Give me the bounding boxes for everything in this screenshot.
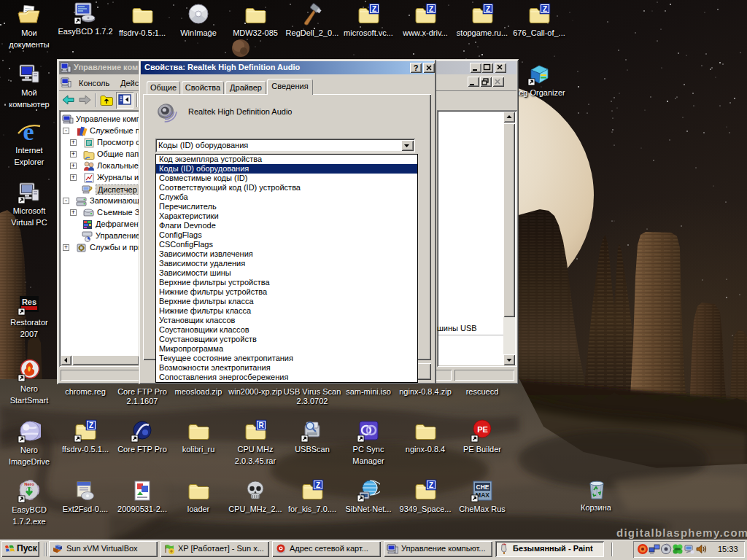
svg-text:e: e <box>23 120 34 144</box>
svg-text:Z: Z <box>89 421 93 429</box>
svg-text:Z: Z <box>486 5 490 13</box>
svg-text:Z: Z <box>429 481 433 489</box>
svg-text:Nero: Nero <box>24 482 34 486</box>
svg-text:R: R <box>258 421 264 429</box>
svg-text:Z: Z <box>316 481 320 489</box>
svg-text:CHE: CHE <box>476 483 489 491</box>
svg-text:Z: Z <box>429 5 433 13</box>
svg-text:Res: Res <box>22 298 36 306</box>
svg-text:Z: Z <box>543 5 547 13</box>
svg-text:PE: PE <box>477 425 488 434</box>
svg-text:Z: Z <box>372 5 376 13</box>
